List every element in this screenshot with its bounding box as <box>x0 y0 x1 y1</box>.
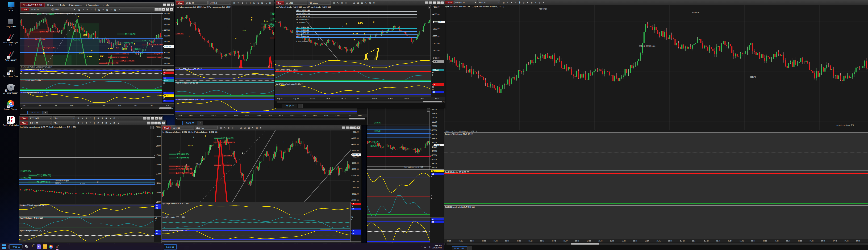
properties-icon[interactable]: ≡ <box>117 122 120 124</box>
horizontal-scrollbar[interactable]: ◂▸ <box>275 100 444 103</box>
data-series-icon[interactable]: ▦ <box>106 8 109 11</box>
window-link-icon[interactable]: ⊞ <box>243 127 246 129</box>
crosshair-icon[interactable]: ┼ <box>94 8 97 11</box>
properties-icon[interactable]: ≡ <box>542 1 545 4</box>
menu-new[interactable]: ▤New <box>45 3 55 7</box>
indicators-icon[interactable]: ∿ <box>109 117 112 120</box>
tab-es-12-22[interactable]: ES 12-22 <box>27 111 43 115</box>
strategies-icon[interactable]: ▧ <box>113 117 116 120</box>
interval-select[interactable]: Daily▾ <box>54 8 76 11</box>
data-box-icon[interactable]: ▤ <box>522 1 525 4</box>
zoom-out-icon[interactable]: ⊖ <box>89 122 92 124</box>
chrome-taskbar-button[interactable] <box>49 245 53 249</box>
draw-icon[interactable]: ✎ <box>237 2 240 4</box>
crosshair-icon[interactable]: ┼ <box>236 127 238 129</box>
indicators-icon[interactable]: ∿ <box>265 2 268 4</box>
bar-type-icon[interactable]: ▥ <box>233 2 236 4</box>
strategies-icon[interactable]: ▧ <box>114 8 117 11</box>
data-box-icon[interactable]: ▤ <box>253 2 256 4</box>
maximize-button[interactable]: ❐ <box>167 3 170 6</box>
properties-icon[interactable]: ≡ <box>259 127 262 129</box>
draw-icon[interactable]: ✎ <box>337 2 339 4</box>
panel-toggle-2[interactable] <box>151 122 154 124</box>
draw-icon[interactable]: ✎ <box>82 8 85 11</box>
bar-type-icon[interactable]: ▥ <box>502 1 505 4</box>
minimize-button[interactable]: – <box>151 117 154 120</box>
window-link-icon[interactable]: ⊞ <box>102 8 105 11</box>
control-center-titlebar[interactable]: NINJATRADER ▤New ⚒Tools ▦Workspaces ϟCon… <box>20 2 174 7</box>
zoom-out-icon[interactable]: ⊖ <box>231 127 234 129</box>
desktop-icon-streetsmart-edge[interactable]: sse↗StreetSmart Edge <box>2 67 19 77</box>
data-series-icon[interactable]: ▦ <box>105 117 108 120</box>
menu-help[interactable]: ◌Help <box>101 3 110 7</box>
properties-icon[interactable]: ≡ <box>373 2 375 4</box>
data-series-icon[interactable]: ▦ <box>247 127 250 129</box>
data-box-icon[interactable]: ▤ <box>97 122 100 124</box>
data-box-icon[interactable]: ▤ <box>239 127 242 129</box>
zoom-out-icon[interactable]: ⊖ <box>514 1 517 4</box>
tab-es-12-22[interactable]: ES 12-22 <box>182 121 198 125</box>
ninjatrader-taskbar-button[interactable] <box>55 245 59 249</box>
chat-button[interactable] <box>37 245 41 249</box>
zoom-in-icon[interactable]: ⊕ <box>241 2 244 4</box>
instrument-select[interactable]: NQ 12-22▾ <box>29 121 52 125</box>
desktop-icon-ninjatrader-8[interactable]: ↗NinjaTrader 8 <box>2 51 19 61</box>
window-link-icon[interactable]: ⊞ <box>526 1 529 4</box>
tray-chevron-icon[interactable]: ⌃ <box>421 246 422 248</box>
interval-select[interactable]: 2 Day▾ <box>53 116 75 120</box>
desktop-icon-this-pc[interactable]: This PC <box>2 1 19 12</box>
strategies-icon[interactable]: ▧ <box>269 2 272 4</box>
maximize-button[interactable]: ❐ <box>158 122 161 124</box>
properties-icon[interactable]: ≡ <box>118 8 121 11</box>
crosshair-icon[interactable]: ┼ <box>93 117 96 120</box>
instrument-select[interactable]: MNQ 12-22▾ <box>454 1 477 4</box>
draw-icon[interactable]: ✎ <box>223 127 226 129</box>
chart-menu-button[interactable]: Chart <box>276 1 284 4</box>
minimize-button[interactable]: – <box>433 1 436 4</box>
task-view-button[interactable] <box>25 245 29 249</box>
window-link-icon[interactable]: ⊞ <box>101 122 104 124</box>
add-tab-button[interactable]: + <box>467 246 472 250</box>
chart-menu-button[interactable]: Chart <box>21 8 29 11</box>
maximize-button[interactable]: ❐ <box>353 126 356 129</box>
tab-es-12-22[interactable]: ES 12-22 <box>282 104 298 108</box>
indicators-icon[interactable]: ∿ <box>365 2 367 4</box>
close-button[interactable]: ✕ <box>440 1 444 4</box>
draw-icon[interactable]: ✎ <box>81 122 84 124</box>
panel-toggle-2[interactable] <box>147 117 150 120</box>
bar-type-icon[interactable]: ▥ <box>333 2 335 4</box>
zoom-in-icon[interactable]: ⊕ <box>85 117 88 120</box>
maximize-button[interactable]: ❐ <box>155 117 158 120</box>
chart-menu-button[interactable]: Chart <box>162 126 170 129</box>
minimize-button[interactable]: – <box>154 122 158 124</box>
zoom-in-icon[interactable]: ⊕ <box>85 122 88 124</box>
desktop-icon-ninjatrader-64[interactable]: ↗NinjaTrader 8 (64-bit) <box>2 33 19 46</box>
bar-type-icon[interactable]: ▥ <box>219 127 222 129</box>
file-explorer-button[interactable] <box>43 245 47 249</box>
panel-toggle-2[interactable] <box>429 1 432 4</box>
focus-button[interactable]: F <box>428 6 431 9</box>
instrument-select[interactable]: ES 12-22▾ <box>285 1 307 5</box>
bar-type-icon[interactable]: ▥ <box>78 8 81 11</box>
desktop-icon-trader-workstation[interactable]: ↗Trader Workstation <box>2 116 19 126</box>
menu-workspaces[interactable]: ▦Workspaces <box>67 3 84 7</box>
panel-toggle-1[interactable] <box>143 117 147 120</box>
tab-mnq-12-22[interactable]: MNQ 12-22 <box>452 246 467 250</box>
horizontal-scrollbar[interactable]: ◂▸ <box>444 243 868 245</box>
close-button[interactable]: ✕ <box>170 3 174 6</box>
interval-select[interactable]: 480 Minute▾ <box>308 1 331 5</box>
indicators-icon[interactable]: ∿ <box>534 1 537 4</box>
close-button[interactable]: ✕ <box>170 8 173 11</box>
desktop-icon-at-home-support[interactable]: P↗At Home Support <box>2 84 19 94</box>
add-tab-button[interactable]: + <box>43 111 48 115</box>
desktop-icon-google-chrome[interactable]: ↗Google Chrome <box>2 100 19 111</box>
indicators-icon[interactable]: ∿ <box>251 127 254 129</box>
data-box-icon[interactable]: ▤ <box>98 8 101 11</box>
zoom-out-icon[interactable]: ⊖ <box>345 2 347 4</box>
crosshair-icon[interactable]: ┼ <box>249 2 252 4</box>
data-series-icon[interactable]: ▦ <box>530 1 533 4</box>
chart-menu-button[interactable]: Chart <box>445 1 454 4</box>
strategies-icon[interactable]: ▧ <box>538 1 541 4</box>
indicators-icon[interactable]: ∿ <box>110 8 113 11</box>
volume-icon[interactable]: ◁) <box>428 246 430 248</box>
